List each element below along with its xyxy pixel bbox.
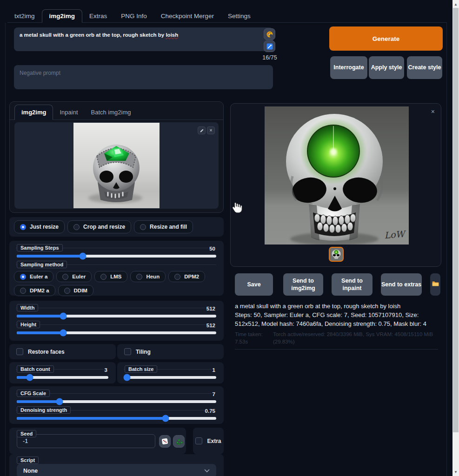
radio-dot xyxy=(62,274,68,280)
extra-checkbox-row[interactable]: Extra xyxy=(195,437,221,444)
seed-input[interactable] xyxy=(17,434,155,448)
cfg-scale-handle[interactable] xyxy=(56,398,63,405)
sampling-steps-handle[interactable] xyxy=(79,253,86,260)
open-folder-button[interactable] xyxy=(430,273,440,296)
batch-size-handle[interactable] xyxy=(123,374,130,381)
height-track[interactable] xyxy=(17,331,216,334)
send-to-img2img-button[interactable]: Send to img2img xyxy=(283,273,323,296)
restore-faces-checkbox-row[interactable]: Restore faces xyxy=(16,348,65,355)
extra-label: Extra xyxy=(207,438,221,444)
tab-img2img[interactable]: img2img xyxy=(42,9,83,23)
source-image[interactable] xyxy=(73,123,160,208)
radio-dot xyxy=(136,274,142,280)
negative-prompt-input[interactable]: Negative prompt xyxy=(14,65,273,89)
interrogate-button[interactable]: Interrogate xyxy=(330,56,367,79)
batch-count-handle[interactable] xyxy=(26,374,33,381)
radio-dot xyxy=(20,274,26,280)
recycle-icon xyxy=(175,438,183,445)
radio-label: Resize and fill xyxy=(150,224,187,230)
script-dropdown[interactable]: None xyxy=(17,464,216,476)
tab-settings[interactable]: Settings xyxy=(221,10,258,22)
cfg-scale-track[interactable] xyxy=(17,400,216,403)
batch-size-value: 1 xyxy=(212,367,216,373)
scroll-up-icon[interactable]: ▲ xyxy=(452,0,459,8)
prompt-input[interactable]: a metal skull with a green orb at the to… xyxy=(14,27,273,51)
radio-dot xyxy=(100,274,106,280)
gallery-thumbnail[interactable] xyxy=(329,247,344,262)
radio-sampler-dpm2[interactable]: DPM2 xyxy=(168,271,205,282)
save-button[interactable]: Save xyxy=(235,273,273,296)
radio-sampler-euler[interactable]: Euler xyxy=(56,271,92,282)
apply-style-button[interactable]: Apply style xyxy=(369,56,404,79)
img2img-source-panel: img2img Inpaint Batch img2img xyxy=(9,101,224,213)
radio-just-resize[interactable]: Just resize xyxy=(14,220,65,233)
tab-mode-batch[interactable]: Batch img2img xyxy=(85,105,138,119)
radio-sampler-lms[interactable]: LMS xyxy=(94,271,127,282)
radio-label: Euler xyxy=(72,274,86,279)
vram-stats: Torch active/reserved: 2840/3396 MiB, Sy… xyxy=(273,331,438,346)
sampling-steps-label: Sampling Steps xyxy=(17,244,63,251)
width-label: Width xyxy=(17,304,38,311)
denoising-slider: Denoising strength 0.75 xyxy=(9,406,224,420)
create-style-button[interactable]: Create style xyxy=(407,56,442,79)
random-seed-button[interactable] xyxy=(159,435,171,448)
generate-button[interactable]: Generate xyxy=(329,26,443,51)
sampling-steps-slider: Sampling Steps 50 xyxy=(9,244,224,258)
tiling-label: Tiling xyxy=(136,349,151,355)
roll-artist-button[interactable] xyxy=(264,28,275,40)
restore-faces-checkbox[interactable] xyxy=(16,348,23,355)
tab-checkpoint-merger[interactable]: Checkpoint Merger xyxy=(154,10,221,22)
cfg-scale-value: 7 xyxy=(212,391,216,397)
info-params: Steps: 50, Sampler: Euler a, CFG scale: … xyxy=(235,311,438,329)
batch-size-track[interactable] xyxy=(125,376,216,379)
sampling-steps-track[interactable] xyxy=(17,255,216,258)
radio-label: LMS xyxy=(110,274,121,279)
reuse-seed-button[interactable] xyxy=(173,435,185,448)
radio-label: DPM2 a xyxy=(30,288,49,293)
radio-label: Just resize xyxy=(30,224,59,230)
radio-dot xyxy=(20,288,26,294)
notes-icon xyxy=(266,43,273,50)
width-handle[interactable] xyxy=(60,313,67,320)
radio-dot xyxy=(174,274,180,280)
denoising-handle[interactable] xyxy=(162,415,169,422)
extra-checkbox[interactable] xyxy=(195,437,202,444)
radio-resize-and-fill[interactable]: Resize and fill xyxy=(134,220,193,233)
radio-sampler-dpm2-a[interactable]: DPM2 a xyxy=(14,285,55,296)
page-scrollbar[interactable]: ▲ ▼ xyxy=(452,0,459,476)
prompt-style-edit-button[interactable] xyxy=(264,40,275,52)
source-image-dropzone[interactable]: × xyxy=(14,122,219,209)
scrollbar-thumb[interactable] xyxy=(453,8,459,432)
tab-png-info[interactable]: PNG Info xyxy=(114,10,154,22)
height-handle[interactable] xyxy=(60,330,67,337)
extra-seed-panel: Extra xyxy=(193,428,224,454)
width-track[interactable] xyxy=(17,315,216,317)
info-prompt: a metal skull with a green orb at the to… xyxy=(235,302,438,311)
send-to-inpaint-button[interactable]: Send to inpaint xyxy=(332,273,373,296)
tiling-checkbox-row[interactable]: Tiling xyxy=(124,348,151,355)
scroll-down-icon[interactable]: ▼ xyxy=(452,468,459,476)
folder-icon xyxy=(432,281,439,286)
radio-label: Heun xyxy=(146,274,160,279)
edit-image-button[interactable] xyxy=(198,126,206,134)
tab-extras[interactable]: Extras xyxy=(82,10,114,22)
batch-count-track[interactable] xyxy=(17,376,108,379)
tab-txt2img[interactable]: txt2img xyxy=(7,10,42,22)
close-gallery-icon[interactable]: × xyxy=(431,108,435,115)
tab-mode-inpaint[interactable]: Inpaint xyxy=(53,105,84,119)
clear-image-button[interactable]: × xyxy=(207,126,215,134)
output-actions: Save Send to img2img Send to inpaint Sen… xyxy=(235,273,441,296)
denoising-track[interactable] xyxy=(17,417,216,420)
send-to-extras-button[interactable]: Send to extras xyxy=(381,273,422,296)
tab-mode-img2img[interactable]: img2img xyxy=(14,105,53,120)
output-image[interactable]: LoW xyxy=(265,106,409,245)
batch-count-value: 3 xyxy=(104,367,108,373)
tiling-checkbox[interactable] xyxy=(124,348,131,355)
width-value: 512 xyxy=(206,306,216,311)
radio-crop-and-resize[interactable]: Crop and resize xyxy=(67,220,131,233)
radio-sampler-ddim[interactable]: DDIM xyxy=(58,285,93,296)
radio-sampler-heun[interactable]: Heun xyxy=(130,271,166,282)
sampling-steps-value: 50 xyxy=(208,246,216,251)
height-label: Height xyxy=(17,321,40,328)
radio-sampler-euler-a[interactable]: Euler a xyxy=(14,271,53,282)
